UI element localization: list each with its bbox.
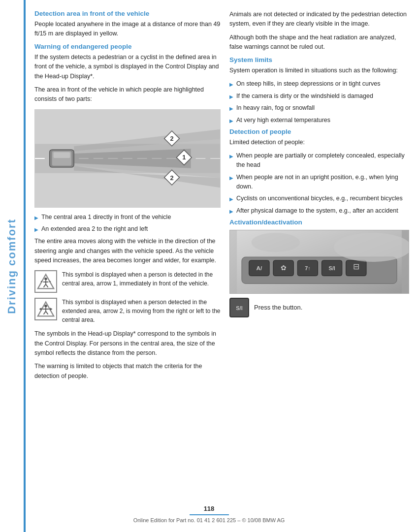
bullet-extended-area: ▶ An extended area 2 to the right and le… <box>34 224 221 234</box>
right-column: Animals are not detected or indicated by… <box>229 10 409 522</box>
right-p1: Animals are not detected or indicated by… <box>229 10 409 29</box>
bullet-central-area: ▶ The central area 1 directly in front o… <box>34 213 221 222</box>
sidebar: Driving comfort <box>0 0 24 532</box>
svg-text:A/: A/ <box>257 264 263 271</box>
footer: 118 Online Edition for Part no. 01 41 2 … <box>0 505 418 523</box>
vehicle-diagram: 1 2 2 <box>34 109 221 208</box>
svg-text:7↑: 7↑ <box>305 265 310 271</box>
bullet-arrow-2: ▶ <box>34 226 38 234</box>
svg-text:2: 2 <box>170 135 173 142</box>
sidebar-label: Driving comfort <box>5 219 18 314</box>
svg-text:1: 1 <box>182 154 186 161</box>
bullet-upright-text: When people are not in an upright positi… <box>236 173 409 191</box>
press-button-row: S/l Press the button. <box>229 298 409 317</box>
warning-box-1: This symbol is displayed when a person i… <box>34 270 221 293</box>
svg-line-20 <box>44 284 46 287</box>
section-warning-p5: The warning is limited to objects that m… <box>34 362 221 381</box>
svg-point-47 <box>252 233 300 252</box>
bullet-arrow-6: ▶ <box>229 117 233 125</box>
bullet-arrow-10: ▶ <box>229 208 233 216</box>
bullet-camera: ▶ If the camera is dirty or the windshie… <box>229 92 409 101</box>
system-limits-title: System limits <box>229 56 409 63</box>
bullet-extended-text: An extended area 2 to the right and left <box>41 224 148 234</box>
main-content: Detection area in front of the vehicle P… <box>26 0 418 532</box>
section-warning-title: Warning of endangered people <box>34 43 221 50</box>
activation-title: Activation/deactivation <box>229 219 409 226</box>
bullet-cyclists-text: Cyclists on unconventional bicycles, e.g… <box>236 194 403 203</box>
bullet-camera-text: If the camera is dirty or the windshield… <box>236 92 373 101</box>
bullet-rain-text: In heavy rain, fog or snowfall <box>236 103 315 113</box>
bullet-rain: ▶ In heavy rain, fog or snowfall <box>229 103 409 113</box>
bullet-cyclists: ▶ Cyclists on unconventional bicycles, e… <box>229 194 409 203</box>
bullet-temp-text: At very high external temperatures <box>236 116 330 125</box>
detection-people-p1: Limited detection of people: <box>229 138 409 147</box>
bullet-concealed: ▶ When people are partially or completel… <box>229 151 409 170</box>
warning-icon-1 <box>34 270 57 293</box>
section-warning-p1: If the system detects a pedestrian or a … <box>34 53 221 81</box>
press-text: Press the button. <box>254 304 302 311</box>
section-detection-title: Detection area in front of the vehicle <box>34 10 221 17</box>
detection-people-title: Detection of people <box>229 128 409 135</box>
bullet-upright: ▶ When people are not in an upright posi… <box>229 173 409 191</box>
warning-text-1: This symbol is displayed when a person i… <box>62 270 221 288</box>
footer-line <box>190 514 229 515</box>
bullet-damage-text: After physical damage to the system, e.g… <box>236 206 398 216</box>
svg-text:2: 2 <box>170 174 173 181</box>
warning-box-2: This symbol is displayed when a person d… <box>34 298 221 324</box>
bullet-damage: ▶ After physical damage to the system, e… <box>229 206 409 216</box>
bullet-arrow-8: ▶ <box>229 174 233 191</box>
copyright-text: Online Edition for Part no. 01 41 2 601 … <box>133 517 285 523</box>
svg-marker-30 <box>39 308 42 311</box>
right-p2: Although both the shape and the heat rad… <box>229 33 409 52</box>
section-warning-p4: The symbols in the Head-up Display* corr… <box>34 329 221 358</box>
activation-image: A/ ✿ 7↑ S/l ⊟ <box>229 230 409 294</box>
section-warning-p2: The area in front of the vehicle in whic… <box>34 85 221 104</box>
bullet-arrow-1: ▶ <box>34 214 38 222</box>
svg-point-25 <box>44 305 47 307</box>
section-warning-p3: The entire area moves along with the veh… <box>34 237 221 265</box>
svg-line-29 <box>46 312 48 314</box>
svg-line-28 <box>44 312 46 314</box>
bullet-arrow-7: ▶ <box>229 153 233 170</box>
svg-text:S/l: S/l <box>328 265 335 271</box>
svg-point-46 <box>334 233 409 262</box>
bullet-arrow-3: ▶ <box>229 81 233 89</box>
bullet-temperature: ▶ At very high external temperatures <box>229 116 409 125</box>
svg-line-21 <box>46 284 48 287</box>
small-button-icon: S/l <box>229 298 249 317</box>
svg-text:⊟: ⊟ <box>353 262 359 271</box>
svg-rect-9 <box>54 152 70 158</box>
section-detection-p1: People located anywhere in the image at … <box>34 20 221 39</box>
warning-text-2: This symbol is displayed when a person d… <box>62 298 221 324</box>
page-number: 118 <box>204 505 215 512</box>
bullet-arrow-9: ▶ <box>229 195 233 203</box>
svg-text:S/l: S/l <box>236 305 242 311</box>
warning-icon-2 <box>34 298 57 320</box>
left-column: Detection area in front of the vehicle P… <box>34 10 221 522</box>
bullet-arrow-5: ▶ <box>229 105 233 113</box>
bullet-steep-hills: ▶ On steep hills, in steep depressions o… <box>229 79 409 89</box>
svg-text:✿: ✿ <box>281 264 287 271</box>
system-limits-p1: System operation is limited in situation… <box>229 66 409 75</box>
svg-point-17 <box>44 278 47 280</box>
bullet-central-text: The central area 1 directly in front of … <box>41 213 171 222</box>
svg-marker-31 <box>50 308 53 311</box>
bullet-concealed-text: When people are partially or completely … <box>236 151 409 170</box>
bullet-steep-text: On steep hills, in steep depressions or … <box>236 79 381 89</box>
bullet-arrow-4: ▶ <box>229 93 233 101</box>
